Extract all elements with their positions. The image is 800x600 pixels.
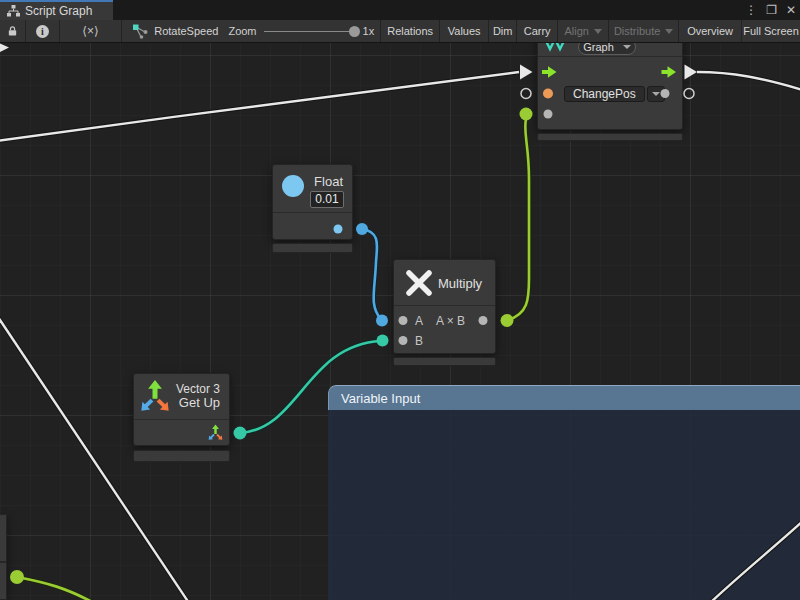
zoom-slider-knob[interactable] [349,26,360,37]
node-multiply[interactable]: Multiply A A × B B [393,259,496,354]
node-float[interactable]: Float 0.01 [272,164,353,240]
zoom-label: Zoom [228,25,256,37]
align-dropdown[interactable]: Align [558,20,609,42]
window-menu-icon[interactable]: ⋮ [745,3,757,17]
carry-label: Carry [524,25,551,37]
zoom-value: 1x [363,25,375,37]
node-divider [134,419,229,420]
port-a-label: A [415,314,423,328]
node-divider [394,305,495,306]
group-header[interactable]: Variable Input [328,385,800,410]
title-bar: Script Graph ⋮ ❐ ✕ [0,0,800,20]
node-title: Multiply [438,276,482,291]
node-multiply-footer[interactable] [393,357,496,366]
node-title: Vector 3 Get Up [176,382,220,410]
node-vector3-footer[interactable] [133,450,230,462]
overview-label: Overview [687,25,733,37]
group-variable-input[interactable]: Variable Input [328,385,800,600]
close-icon[interactable]: ✕ [786,3,796,17]
values-label: Values [448,25,481,37]
maximize-icon[interactable]: ❐ [766,3,777,17]
align-label: Align [564,25,588,37]
zoom-control: Zoom 1x [228,20,380,42]
node-divider [538,56,682,57]
tab-label: Script Graph [25,4,92,18]
graph-name-label: RotateSpeed [154,25,218,37]
chevron-down-icon [652,92,660,96]
node-divider [273,212,352,213]
graph-asset-icon [132,24,148,39]
relations-label: Relations [387,25,433,37]
dim-label: Dim [493,25,513,37]
float-value-input[interactable]: 0.01 [310,191,344,208]
multiply-icon [404,268,434,298]
zoom-slider[interactable] [264,31,356,32]
node-title: Float [314,174,343,189]
node-float-footer[interactable] [272,243,353,253]
changepos-value: ChangePos [564,86,645,102]
changepos-dropdown[interactable]: ChangePos [564,86,665,102]
vector3-icon [140,379,170,413]
full-screen-button[interactable]: Full Screen [742,20,800,42]
node-divider [0,561,6,563]
relations-button[interactable]: Relations [380,20,440,42]
node-clipped-left[interactable] [0,514,7,600]
distribute-dropdown[interactable]: Distribute [609,20,679,42]
port-out-label: A × B [436,314,465,328]
dim-button[interactable]: Dim [489,20,517,42]
group-body [328,410,800,600]
distribute-label: Distribute [614,25,660,37]
float-type-icon [281,174,305,198]
chevron-down-icon [623,45,631,49]
code-icon: ⟨×⟩ [82,24,98,38]
graph-breadcrumb[interactable]: RotateSpeed [122,20,228,42]
graph-hierarchy-icon [7,5,20,17]
get-up-label: Get Up [176,396,220,410]
node-vector3-get-up[interactable]: Vector 3 Get Up [133,373,230,446]
chevron-down-icon [594,29,602,34]
code-view-button[interactable]: ⟨×⟩ [60,20,122,42]
info-button[interactable]: i [26,20,60,42]
port-b-label: B [415,334,423,348]
graph-toolbar: i ⟨×⟩ RotateSpeed Zoom 1x Relations Valu… [0,20,800,43]
lock-icon [8,25,17,37]
values-button[interactable]: Values [440,20,489,42]
full-screen-label: Full Screen [743,25,799,37]
info-icon: i [36,25,49,38]
tab-script-graph[interactable]: Script Graph [0,0,113,20]
dropdown-arrow[interactable] [647,86,665,102]
node-event-footer[interactable] [537,133,683,141]
node-event-graph[interactable]: Graph ChangePos [537,30,683,130]
lock-button[interactable] [0,20,26,42]
group-title: Variable Input [341,391,420,406]
overview-button[interactable]: Overview [679,20,742,42]
vector3-output-port-icon[interactable] [207,424,224,441]
vector3-label: Vector 3 [176,382,220,396]
carry-button[interactable]: Carry [517,20,558,42]
window-controls: ⋮ ❐ ✕ [745,0,796,20]
chevron-down-icon [665,29,673,34]
